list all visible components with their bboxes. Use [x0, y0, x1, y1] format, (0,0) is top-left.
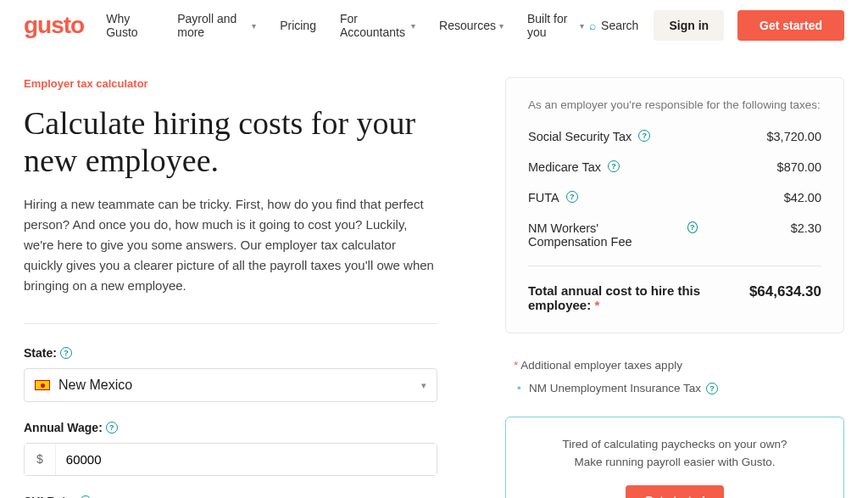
asterisk-icon: * [514, 359, 518, 372]
search-link[interactable]: ⌕ Search [589, 19, 638, 32]
sui-label: SUI Rate: ? [24, 495, 437, 498]
wage-label: Annual Wage: ? [24, 421, 437, 434]
main-header: gusto Why Gusto Payroll and more▾ Pricin… [0, 0, 868, 52]
get-started-button[interactable]: Get started [737, 10, 844, 41]
main-nav: Why Gusto Payroll and more▾ Pricing For … [106, 12, 584, 39]
wage-input-group: $ [24, 443, 437, 476]
search-icon: ⌕ [589, 19, 596, 32]
chevron-down-icon: ▾ [421, 380, 426, 391]
tax-value: $870.00 [777, 160, 821, 174]
total-label: Total annual cost to hire this employee:… [528, 283, 715, 312]
nav-accountants[interactable]: For Accountants▾ [340, 12, 415, 39]
search-label: Search [601, 19, 638, 32]
total-value: $64,634.30 [749, 283, 821, 312]
tax-label: NM Workers' Compensation Fee? [528, 221, 698, 249]
state-value: New Mexico [58, 378, 132, 393]
nav-payroll[interactable]: Payroll and more▾ [177, 12, 256, 39]
nav-why-gusto[interactable]: Why Gusto [106, 12, 153, 39]
divider [24, 323, 437, 324]
left-column: Employer tax calculator Calculate hiring… [24, 77, 437, 498]
eyebrow: Employer tax calculator [24, 77, 437, 90]
label-text: SUI Rate: [24, 495, 76, 498]
label-text: State: [24, 346, 57, 360]
additional-taxes: * Additional employer taxes apply NM Une… [505, 359, 844, 394]
help-icon[interactable]: ? [687, 221, 698, 233]
nav-label: For Accountants [340, 12, 408, 39]
nav-label: Built for you [527, 12, 576, 39]
state-select[interactable]: New Mexico ▾ [24, 368, 437, 402]
chevron-down-icon: ▾ [499, 21, 504, 31]
chevron-down-icon: ▾ [252, 21, 256, 31]
help-icon[interactable]: ? [706, 383, 718, 394]
nav-label: Payroll and more [177, 12, 248, 39]
tax-row: Social Security Tax? $3,720.00 [528, 130, 821, 143]
nav-pricing[interactable]: Pricing [280, 12, 316, 39]
nav-label: Resources [439, 19, 496, 32]
intro-text: Hiring a new teammate can be tricky. Fir… [24, 194, 437, 296]
results-card: As an employer you're responsible for th… [505, 77, 844, 333]
results-heading: As an employer you're responsible for th… [528, 98, 821, 111]
main-content: Employer tax calculator Calculate hiring… [0, 52, 868, 498]
tax-row: FUTA? $42.00 [528, 191, 821, 204]
tax-label: FUTA? [528, 191, 578, 204]
help-icon[interactable]: ? [106, 422, 118, 434]
help-icon[interactable]: ? [60, 347, 72, 359]
label-text: Annual Wage: [24, 421, 103, 434]
additional-heading: * Additional employer taxes apply [514, 359, 844, 372]
additional-item: NM Unemployment Insurance Tax ? [514, 382, 844, 394]
tax-value: $2.30 [791, 221, 821, 235]
cta-card: Tired of calculating paychecks on your o… [505, 417, 844, 498]
signin-button[interactable]: Sign in [654, 10, 724, 41]
cta-text: Tired of calculating paychecks on your o… [525, 436, 825, 472]
flag-icon [35, 380, 50, 390]
nav-label: Why Gusto [106, 12, 153, 39]
chevron-down-icon: ▾ [411, 21, 415, 31]
right-column: As an employer you're responsible for th… [505, 77, 844, 498]
cta-get-started-button[interactable]: Get started [626, 485, 723, 498]
chevron-down-icon: ▾ [580, 21, 584, 31]
total-row: Total annual cost to hire this employee:… [528, 266, 821, 312]
tax-value: $42.00 [784, 191, 821, 204]
nav-built-for-you[interactable]: Built for you▾ [527, 12, 584, 39]
tax-value: $3,720.00 [766, 130, 821, 143]
currency-prefix: $ [25, 444, 56, 475]
help-icon[interactable]: ? [566, 191, 578, 203]
tax-label: Social Security Tax? [528, 130, 650, 143]
help-icon[interactable]: ? [608, 160, 620, 172]
tax-row: Medicare Tax? $870.00 [528, 160, 821, 174]
nav-label: Pricing [280, 19, 316, 32]
state-label: State: ? [24, 346, 437, 360]
asterisk-icon: * [594, 298, 599, 312]
tax-row: NM Workers' Compensation Fee? $2.30 [528, 221, 821, 249]
help-icon[interactable]: ? [638, 130, 650, 142]
nav-resources[interactable]: Resources▾ [439, 12, 504, 39]
logo[interactable]: gusto [24, 12, 84, 39]
tax-label: Medicare Tax? [528, 160, 620, 174]
wage-input[interactable] [56, 444, 437, 475]
page-title: Calculate hiring costs for your new empl… [24, 105, 437, 179]
